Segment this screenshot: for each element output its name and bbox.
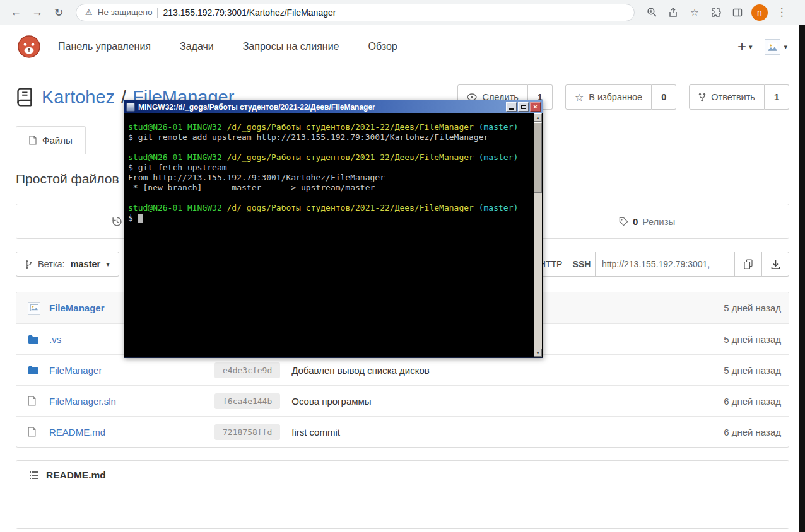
latest-commit-age: 5 дней назад [724, 303, 781, 313]
fork-label: Ответвить [711, 92, 755, 102]
maximize-button[interactable] [518, 102, 529, 112]
file-age: 5 дней назад [724, 365, 781, 376]
terminal-prompt-line: stud@N26-01 MINGW32 /d/_gogs/Работы студ… [128, 122, 531, 132]
commit-message-link[interactable]: Добавлен вывод списка дисков [291, 365, 430, 376]
caret-down-icon: ▾ [106, 260, 110, 269]
tab-files[interactable]: Файлы [16, 126, 86, 154]
repo-owner-link[interactable]: Kartohez [42, 87, 115, 108]
ssh-protocol-button[interactable]: SSH [568, 252, 596, 277]
committer-avatar [28, 302, 40, 315]
releases-label: Релизы [642, 216, 675, 227]
terminal-scrollbar[interactable]: ▲ ▼ [534, 113, 542, 357]
menu-icon[interactable]: ⋮ [772, 6, 791, 19]
page: ← → ↻ ⚠ Не защищено 213.155.192.79:3001/… [0, 0, 805, 532]
fork-count[interactable]: 1 [765, 84, 789, 110]
user-menu[interactable]: ▾ [765, 39, 787, 55]
commit-sha-link[interactable]: f6ca4e144b [214, 393, 280, 409]
branch-prefix-label: Ветка: [38, 259, 65, 269]
scrollbar-thumb[interactable] [534, 122, 542, 193]
scroll-up-icon[interactable]: ▲ [534, 113, 542, 122]
download-button[interactable] [761, 252, 789, 277]
readme-header: README.md [16, 461, 789, 490]
branch-selector[interactable]: Ветка: master ▾ [16, 252, 119, 277]
terminal-prompt-line: stud@N26-01 MINGW32 /d/_gogs/Работы студ… [128, 153, 531, 163]
tab-files-label: Файлы [42, 135, 73, 146]
nav-item-pull-requests[interactable]: Запросы на слияние [243, 41, 339, 52]
terminal-title: MINGW32:/d/_gogs/Работы студентов/2021-2… [138, 103, 505, 112]
zoom-icon[interactable] [642, 7, 661, 18]
terminal-command-line: $ git fetch upstream [128, 163, 531, 173]
commit-message-link[interactable]: Осова программы [291, 396, 371, 407]
scroll-down-icon[interactable]: ▼ [534, 349, 542, 357]
forward-icon[interactable]: → [28, 6, 47, 19]
star-label: В избранное [589, 92, 642, 102]
terminal-blank-line [128, 142, 531, 153]
fork-button-group: Ответвить 1 [689, 84, 789, 110]
readme-panel: README.md [16, 460, 789, 529]
file-icon [29, 136, 37, 145]
file-icon [28, 427, 49, 437]
table-row: FileManager.sln f6ca4e144b Осова програм… [16, 385, 789, 416]
sidebar-icon[interactable] [728, 8, 747, 18]
share-icon[interactable] [664, 8, 683, 18]
fork-button[interactable]: Ответвить [689, 84, 765, 110]
nav-item-issues[interactable]: Задачи [180, 41, 214, 52]
address-bar[interactable]: ⚠ Не защищено 213.155.192.79:3001/Kartoh… [76, 4, 635, 21]
nav-item-dashboard[interactable]: Панель управления [58, 41, 151, 52]
address-divider [157, 8, 158, 18]
not-secure-icon: ⚠ [85, 8, 93, 17]
terminal-cursor [138, 214, 143, 223]
committer-name-link[interactable]: FileManager [49, 303, 105, 313]
commit-message-link[interactable]: first commit [291, 427, 340, 437]
tag-icon [619, 217, 628, 226]
file-icon [28, 396, 49, 406]
terminal-prompt-line: stud@N26-01 MINGW32 /d/_gogs/Работы студ… [128, 203, 531, 213]
branch-icon [25, 260, 32, 269]
terminal-output-line: * [new branch] master -> upstream/master [128, 183, 531, 193]
releases-count: 0 [633, 216, 638, 227]
repo-book-icon [16, 88, 33, 107]
readme-body [16, 490, 789, 528]
profile-avatar[interactable]: n [751, 4, 768, 21]
gogs-navbar: Панель управления Задачи Запросы на слия… [0, 25, 805, 68]
bookmark-star-icon[interactable]: ☆ [685, 7, 704, 18]
close-button[interactable]: × [530, 102, 541, 112]
star-button[interactable]: ☆ В избранное [565, 84, 652, 110]
list-icon [29, 471, 39, 480]
create-new-button[interactable]: + ▾ [737, 39, 753, 54]
back-icon[interactable]: ← [6, 6, 25, 19]
commits-history-icon [112, 216, 122, 227]
file-link[interactable]: README.md [49, 427, 214, 437]
file-link[interactable]: FileManager.sln [49, 396, 214, 407]
file-link[interactable]: FileManager [49, 365, 214, 376]
table-row: README.md 7218758ffd first commit 6 дней… [16, 416, 789, 447]
terminal-app-icon [126, 103, 135, 112]
star-icon: ☆ [575, 91, 584, 103]
file-age: 6 дней назад [724, 396, 781, 407]
folder-icon [28, 335, 49, 344]
file-age: 6 дней назад [724, 427, 781, 437]
gogs-logo[interactable] [18, 35, 40, 58]
nav-item-explore[interactable]: Обзор [368, 41, 397, 52]
commit-sha-link[interactable]: 7218758ffd [214, 424, 280, 440]
address-url: 213.155.192.79:3001/Kartohez/FileManager [163, 8, 336, 18]
fork-icon [698, 93, 706, 102]
terminal-console[interactable]: stud@N26-01 MINGW32 /d/_gogs/Работы студ… [124, 113, 543, 357]
star-count[interactable]: 0 [652, 84, 676, 110]
page-scrollbar[interactable] [799, 25, 805, 532]
plus-icon: + [737, 39, 746, 54]
browser-toolbar: ← → ↻ ⚠ Не защищено 213.155.192.79:3001/… [0, 0, 805, 25]
copy-url-button[interactable] [734, 252, 762, 277]
extensions-icon[interactable] [707, 8, 726, 18]
releases-stat[interactable]: 0 Релизы [619, 204, 675, 238]
commit-sha-link[interactable]: e4de3cfe9d [214, 362, 280, 378]
terminal-output-line: From http://213.155.192.79:3001/Kartohez… [128, 173, 531, 183]
file-age: 5 дней назад [724, 334, 781, 345]
minimize-button[interactable] [506, 102, 517, 112]
clone-url-input[interactable] [595, 252, 735, 277]
table-row: FileManager e4de3cfe9d Добавлен вывод сп… [16, 354, 789, 385]
refresh-icon[interactable]: ↻ [49, 6, 68, 20]
clone-url-group: HTTP SSH [533, 252, 789, 277]
terminal-blank-line [128, 193, 531, 203]
terminal-titlebar[interactable]: MINGW32:/d/_gogs/Работы студентов/2021-2… [124, 100, 543, 113]
